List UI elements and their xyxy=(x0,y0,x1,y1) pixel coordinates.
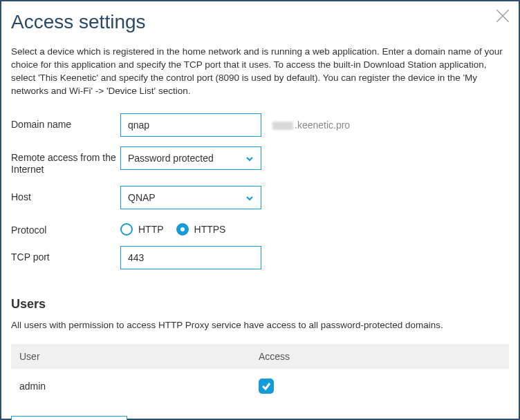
access-settings-dialog: Access settings Select a device which is… xyxy=(0,0,520,420)
table-row: admin xyxy=(11,369,509,403)
users-table: User Access admin xyxy=(11,344,509,403)
page-title: Access settings xyxy=(11,11,509,33)
label-tcp-port: TCP port xyxy=(11,246,120,264)
remote-access-select[interactable]: Password protected xyxy=(120,146,261,170)
col-header-user: User xyxy=(19,351,259,362)
domain-suffix: .keenetic.pro xyxy=(272,120,350,131)
label-domain-name: Domain name xyxy=(11,113,120,131)
chevron-down-icon xyxy=(245,193,254,202)
label-protocol: Protocol xyxy=(11,219,120,237)
radio-icon xyxy=(120,223,133,236)
label-host: Host xyxy=(11,186,120,204)
users-description: All users with permission to access HTTP… xyxy=(11,320,509,330)
users-title: Users xyxy=(11,297,509,312)
label-remote-access: Remote access from the Internet xyxy=(11,146,120,176)
col-header-access: Access xyxy=(259,351,501,362)
close-icon[interactable] xyxy=(494,7,512,25)
table-header: User Access xyxy=(11,344,509,369)
remote-access-value: Password protected xyxy=(128,153,214,164)
radio-label-https: HTTPS xyxy=(194,224,226,235)
radio-http[interactable]: HTTP xyxy=(120,223,164,236)
host-select[interactable]: QNAP xyxy=(120,186,261,209)
domain-name-input[interactable] xyxy=(120,113,261,137)
radio-label-http: HTTP xyxy=(138,224,164,235)
cell-user: admin xyxy=(19,381,259,392)
cell-access xyxy=(259,379,501,394)
tcp-port-input[interactable] xyxy=(120,246,261,269)
row-remote-access: Remote access from the Internet Password… xyxy=(11,146,509,176)
access-checkbox[interactable] xyxy=(259,379,274,394)
row-protocol: Protocol HTTP HTTPS xyxy=(11,219,509,237)
chevron-down-icon xyxy=(245,154,254,162)
row-host: Host QNAP xyxy=(11,186,509,209)
page-description: Select a device which is registered in t… xyxy=(11,46,509,98)
add-user-button[interactable]: Add user xyxy=(11,416,127,420)
protocol-radio-group: HTTP HTTPS xyxy=(120,219,225,236)
host-value: QNAP xyxy=(128,192,156,203)
row-domain-name: Domain name .keenetic.pro xyxy=(11,113,509,137)
radio-https[interactable]: HTTPS xyxy=(176,223,226,236)
row-tcp-port: TCP port xyxy=(11,246,509,269)
radio-icon xyxy=(176,223,189,236)
